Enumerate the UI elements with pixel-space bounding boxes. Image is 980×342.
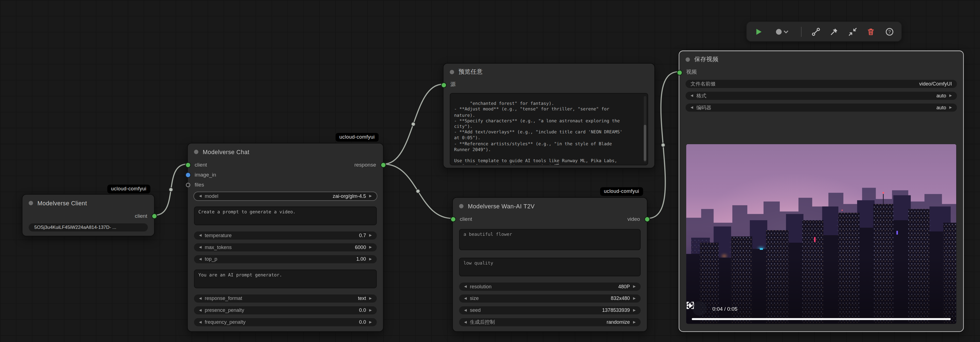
top-p-widget[interactable]: ◀ top_p 1.00 ▶ <box>194 255 377 263</box>
link-midpoint-dot[interactable] <box>169 188 173 191</box>
run-options-button[interactable] <box>773 25 791 38</box>
decrement-arrow-icon[interactable]: ◀ <box>199 320 202 324</box>
scrollbar-thumb[interactable] <box>644 124 646 161</box>
negative-prompt-textarea[interactable]: low quality <box>459 258 641 277</box>
increment-arrow-icon[interactable]: ▶ <box>369 258 372 261</box>
node-header[interactable]: Modelverse Wan-AI T2V <box>453 198 647 214</box>
video-progress-bar[interactable] <box>692 318 951 320</box>
prev-arrow-icon[interactable]: ◀ <box>464 320 467 324</box>
prev-arrow-icon[interactable]: ◀ <box>199 297 202 300</box>
node-modelverse-wan-ai-t2v[interactable]: Modelverse Wan-AI T2V client video a bea… <box>452 197 648 332</box>
increment-arrow-icon[interactable]: ▶ <box>369 320 372 324</box>
increment-arrow-icon[interactable]: ▶ <box>369 246 372 249</box>
next-arrow-icon[interactable]: ▶ <box>369 194 372 198</box>
resolution-widget[interactable]: ◀ resolution 480P ▶ <box>459 283 641 291</box>
model-widget[interactable]: ◀ model zai-org/glm-4.5 ▶ <box>194 192 377 200</box>
presence-penalty-widget[interactable]: ◀ presence_penalty 0.0 ▶ <box>194 306 377 314</box>
link-midpoint-dot[interactable] <box>416 189 420 193</box>
node-header[interactable]: 保存视频 <box>679 51 963 67</box>
codec-widget[interactable]: ◀ 编码器 auto ▶ <box>686 103 957 111</box>
max-tokens-widget[interactable]: ◀ max_tokens 6000 ▶ <box>194 243 377 251</box>
link-midpoint-dot[interactable] <box>411 122 415 126</box>
toolbar-divider <box>801 27 802 37</box>
chevron-down-icon <box>784 31 788 32</box>
widget-value: 1378533939 <box>602 308 630 313</box>
next-arrow-icon[interactable]: ▶ <box>949 106 952 109</box>
output-slot-client[interactable] <box>152 214 156 218</box>
output-slot-video[interactable] <box>645 217 649 221</box>
node-header[interactable]: Modelverse Chat <box>188 143 383 160</box>
response-format-widget[interactable]: ◀ response_format text ▶ <box>194 294 377 302</box>
collapse-dot[interactable] <box>450 70 454 74</box>
prev-arrow-icon[interactable]: ◀ <box>199 194 202 198</box>
help-glyph: ? <box>888 29 891 34</box>
format-widget[interactable]: ◀ 格式 auto ▶ <box>686 92 957 100</box>
increment-arrow-icon[interactable]: ▶ <box>369 309 372 312</box>
prev-arrow-icon[interactable]: ◀ <box>690 94 694 97</box>
node-save-video[interactable]: 保存视频 视频 文件名前缀 video/ComfyUI ◀ 格式 auto ▶ … <box>679 51 964 332</box>
collapse-dot[interactable] <box>686 57 690 61</box>
next-arrow-icon[interactable]: ▶ <box>369 297 372 300</box>
seed-widget[interactable]: ◀ seed 1378533939 ▶ <box>459 306 641 314</box>
widget-value: zai-org/glm-4.5 <box>333 193 366 199</box>
trash-icon <box>867 27 875 36</box>
collapse-button[interactable] <box>848 25 857 38</box>
prev-arrow-icon[interactable]: ◀ <box>464 285 467 288</box>
collapse-dot[interactable] <box>459 204 463 208</box>
decrement-arrow-icon[interactable]: ◀ <box>199 258 202 261</box>
output-slot-response[interactable] <box>381 162 385 167</box>
collapse-dot[interactable] <box>194 150 198 154</box>
collapse-dot[interactable] <box>29 200 33 205</box>
filename-prefix-widget[interactable]: 文件名前缀 video/ComfyUI <box>686 80 957 88</box>
node-header[interactable]: 预览任意 <box>444 64 654 80</box>
run-button[interactable] <box>754 25 763 38</box>
play-icon <box>754 27 763 36</box>
node-modelverse-chat[interactable]: Modelverse Chat client response image_in… <box>187 143 383 332</box>
decrement-arrow-icon[interactable]: ◀ <box>199 234 202 237</box>
output-label-response: response <box>355 162 376 168</box>
temperature-widget[interactable]: ◀ temperature 0.7 ▶ <box>194 231 377 239</box>
toggle-links-button[interactable] <box>811 25 820 38</box>
next-arrow-icon[interactable]: ▶ <box>633 320 636 324</box>
decrement-arrow-icon[interactable]: ◀ <box>199 246 202 249</box>
slot-row: files <box>188 180 383 189</box>
next-arrow-icon[interactable]: ▶ <box>633 285 636 288</box>
output-label-client: client <box>135 213 147 219</box>
widget-name: resolution <box>470 284 492 290</box>
node-modelverse-client[interactable]: Modelverse Client client 5OSj3u4KuiLF45i… <box>22 194 155 236</box>
pin-button[interactable] <box>830 25 838 38</box>
size-widget[interactable]: ◀ size 832x480 ▶ <box>459 294 641 302</box>
output-label-video: video <box>627 216 640 222</box>
decrement-arrow-icon[interactable]: ◀ <box>199 309 202 312</box>
link-midpoint-dot[interactable] <box>661 143 665 147</box>
widget-name: 格式 <box>697 92 706 99</box>
scrollbar[interactable] <box>644 96 646 162</box>
positive-prompt-textarea[interactable]: a beautiful flower <box>459 229 641 250</box>
widget-name: top_p <box>205 256 217 262</box>
prev-arrow-icon[interactable]: ◀ <box>690 106 694 109</box>
video-time: 0:04 / 0:05 <box>713 305 738 312</box>
api-token-widget[interactable]: 5OSj3u4KuiLF45iW224aA814-137D- ... <box>29 223 148 231</box>
preview-text[interactable]: "enchanted forest" for fantasy). - **Adj… <box>450 93 648 165</box>
control-after-generate-widget[interactable]: ◀ 生成后控制 randomize ▶ <box>459 318 641 326</box>
node-header[interactable]: Modelverse Client <box>22 194 154 211</box>
help-button[interactable]: ? <box>885 25 894 38</box>
node-graph-canvas[interactable]: ucloud-comfyui ucloud-comfyui ucloud-com… <box>0 0 980 342</box>
frequency-penalty-widget[interactable]: ◀ frequency_penalty 0.0 ▶ <box>194 318 377 326</box>
system-prompt-textarea[interactable]: You are an AI prompt generator. <box>194 269 377 288</box>
widget-name: 生成后控制 <box>470 319 495 326</box>
increment-arrow-icon[interactable]: ▶ <box>369 234 372 237</box>
increment-arrow-icon[interactable]: ▶ <box>633 309 636 312</box>
node-title: Modelverse Chat <box>203 148 250 155</box>
node-title: Modelverse Client <box>37 199 87 206</box>
next-arrow-icon[interactable]: ▶ <box>949 94 952 97</box>
next-arrow-icon[interactable]: ▶ <box>633 297 636 300</box>
prev-arrow-icon[interactable]: ◀ <box>464 297 467 300</box>
kebab-menu-icon[interactable] <box>686 301 689 309</box>
delete-button[interactable] <box>867 25 875 38</box>
node-preview-any[interactable]: 预览任意 源 "enchanted forest" for fantasy). … <box>443 63 655 169</box>
preview-text-content: "enchanted forest" for fantasy). - **Adj… <box>454 101 622 165</box>
video-player[interactable]: 0:04 / 0:05 <box>686 144 956 324</box>
prompt-textarea[interactable]: Create a prompt to generate a video. <box>194 207 377 225</box>
decrement-arrow-icon[interactable]: ◀ <box>464 309 467 312</box>
